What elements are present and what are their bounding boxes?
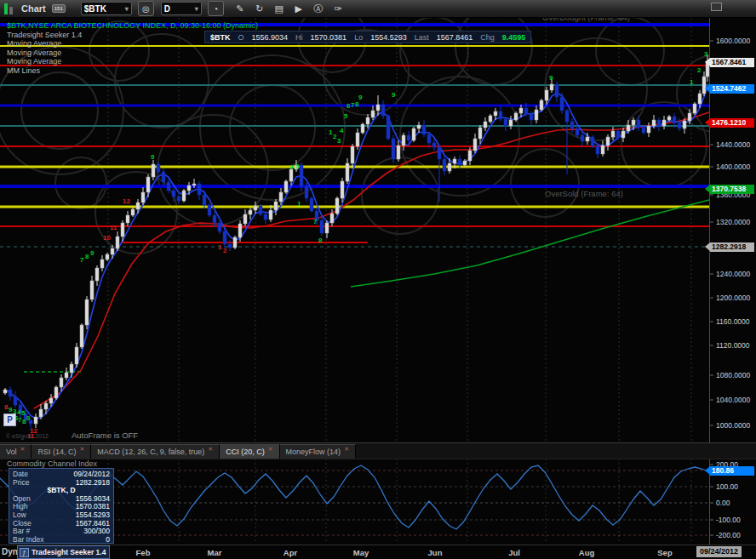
price-tag-value: 1567.8461 [710,58,754,67]
quote-value: 1554.5293 [370,33,407,42]
dynamic-status: Dyn [2,547,18,556]
price-tag: 1370.7538 [705,185,754,194]
quote-symbol: $BTK [210,33,231,42]
draw-pencil-button[interactable]: ✎ [233,2,247,15]
symbol-value: $BTK [84,4,106,14]
tab-close-icon[interactable]: ✕ [208,445,213,453]
price-axis-label: 1320.0000 [716,218,750,226]
legend-line: Moving Average [7,57,258,66]
data-window-key: Price [13,479,29,488]
app-chart-icon [4,3,13,14]
quote-value: 1567.8461 [437,33,473,42]
price-axis-label: 1000.0000 [716,421,750,430]
time-axis[interactable]: Dyn 09/24/2012 FebMarAprMayJunJulAugSep [0,545,756,559]
play-button[interactable]: ▶ [292,2,306,15]
price-axis-label: 1080.0000 [716,371,750,379]
oversold-label: OverSold (Frame: 64) [545,189,623,198]
price-axis[interactable]: 1600.00001440.00001400.00001360.00001320… [709,17,756,442]
refresh-icon: ↻ [255,3,263,14]
quote-field-label: Last [415,33,429,42]
quote-board-icon: ▤ [275,3,284,14]
tab-label: MACD (12, 26, C, 9, false, true) [97,448,204,456]
indicator-panel-title: Commodity Channel Index [7,459,97,468]
data-window: Date09/24/2012Price1282.2918$BTK, DOpen1… [9,468,114,544]
copyright-watermark: © eSignal, 2012 [6,433,49,439]
price-axis-label: 1440.0000 [716,140,750,149]
interval-input[interactable]: D ▾ [161,2,202,15]
month-label: Jul [508,548,520,557]
month-label: Feb [136,548,151,557]
quote-change-value: 9.4595 [502,33,526,42]
indicator-tab[interactable]: Vol✕ [0,444,32,459]
window-number-badge: 151 [52,4,66,13]
indicator-tab[interactable]: MACD (12, 26, C, 9, false, true)✕ [91,444,220,459]
tab-close-icon[interactable]: ✕ [79,445,84,453]
month-label: Aug [579,548,594,557]
eraser-button[interactable]: ✑ [331,2,345,15]
data-window-key: Bar Index [13,536,43,545]
tooltip-label: Tradesight Seeker 1.4 [32,548,106,556]
cci-axis-label: 0.00 [716,499,730,507]
price-axis-label: 1600.0000 [716,37,750,45]
price-tag: 1567.8461 [705,58,754,67]
quote-board-button[interactable]: ▤ [272,2,286,15]
quote-field-label: O [238,33,244,42]
price-axis-label: 1040.0000 [716,396,750,404]
window-control-box[interactable] [711,3,722,11]
price-tag: 180.86 [705,466,754,476]
month-label: Apr [284,548,297,557]
tab-label: RSI (14, C) [37,448,76,456]
price-tag: 1524.7462 [705,84,754,94]
quote-value: 1570.0381 [311,33,347,42]
draw-pencil-icon: ✎ [236,3,243,14]
price-chart-plot[interactable] [0,17,709,442]
data-window-value: 1282.2918 [76,479,110,488]
month-label: Jun [428,548,443,557]
symbol-settings-button[interactable]: ◎ [138,1,154,16]
chart-window: 8934567891012117899121110124517812345678… [0,0,756,559]
gear-icon: ◎ [142,4,150,14]
clock-icon: ◔ [213,4,218,14]
titlebar: Chart 151 $BTK ▾ ◎ D ▾ ◔ ✎↻▤▶Ⓐ✑ [0,0,756,18]
data-window-value: 0 [106,536,110,545]
seeker-tooltip: ƒ Tradesight Seeker 1.4 [17,545,110,559]
symbol-input[interactable]: $BTK ▾ [81,2,132,15]
price-tag-value: 1370.7538 [710,185,754,194]
chevron-down-icon[interactable]: ▾ [125,5,129,13]
price-period-badge[interactable]: P [3,414,16,426]
price-axis-label: 1400.0000 [716,163,750,171]
quote-field-label: Hi [295,33,303,42]
tab-label: MoneyFlow (14) [286,448,341,456]
indicator-tab[interactable]: CCI (20, C)✕ [220,444,279,459]
data-window-row: Bar Index0 [13,536,110,545]
price-axis-label: 1160.0000 [716,317,750,326]
cci-axis[interactable]: 200.00100.000.00-100.00-200.00180.86 [709,458,756,545]
tab-close-icon[interactable]: ✕ [268,445,273,453]
play-icon: ▶ [295,3,302,14]
cci-axis-label: -100.00 [716,516,741,524]
toolbar-buttons: ✎↻▤▶Ⓐ✑ [227,2,345,15]
tooltip-icon: ƒ [20,548,29,557]
cci-axis-label: -200.00 [716,531,741,539]
refresh-button[interactable]: ↻ [253,2,266,15]
auto-button[interactable]: Ⓐ [312,2,325,15]
chevron-down-icon[interactable]: ▾ [195,5,198,13]
month-label: Sep [657,548,672,557]
cursor-date-box: 09/24/2012 [696,546,742,557]
indicator-tab-bar: Vol✕RSI (14, C)✕MACD (12, 26, C, 9, fals… [0,442,756,459]
price-axis-label: 1240.0000 [716,270,750,278]
price-axis-label: 1120.0000 [716,341,750,350]
quote-field-label: Chg [480,33,495,42]
indicator-tab[interactable]: MoneyFlow (14)✕ [280,444,356,459]
legend-title: $BTK,NYSE ARCA BIOTECHNOLOGY INDEX, D, 0… [7,21,258,31]
indicator-tab[interactable]: RSI (14, C)✕ [32,444,91,459]
interval-clock-button[interactable]: ◔ [208,1,224,16]
price-tag-value: 1524.7462 [710,84,754,94]
tab-close-icon[interactable]: ✕ [20,445,26,453]
price-tag-value: 180.86 [710,466,754,476]
quote-field-label: Lo [354,33,363,42]
price-tag-value: 1476.1210 [710,118,754,128]
tab-close-icon[interactable]: ✕ [344,445,349,453]
legend-line: MM Lines [7,66,258,76]
tab-label: Vol [6,448,17,456]
